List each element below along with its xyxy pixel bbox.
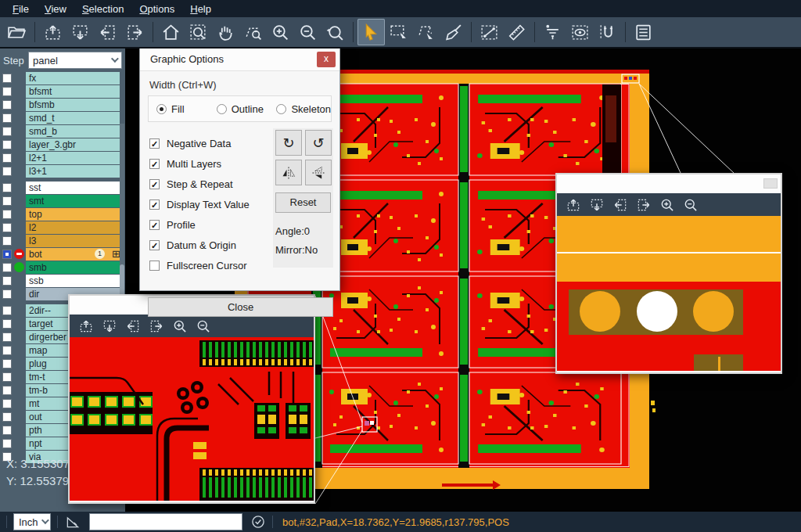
radio-fill[interactable]: Fill (156, 103, 209, 115)
layer-name[interactable]: smd_b (26, 125, 120, 138)
rotate-ccw-button[interactable]: ↺ (305, 130, 332, 156)
layer-row-l3-1[interactable]: l3+1 (0, 165, 125, 178)
layer-checkbox[interactable] (2, 74, 12, 83)
checkbox-fullscreen-cursor[interactable]: Fullscreen Cursor (149, 255, 250, 275)
layer-checkbox[interactable] (2, 210, 12, 219)
layer-checkbox[interactable] (2, 276, 12, 286)
layer-checkbox[interactable] (2, 319, 12, 329)
magnifier-titlebar[interactable] (557, 174, 781, 193)
measure-distance-button[interactable] (476, 19, 503, 45)
layer-name[interactable]: sst (26, 182, 120, 194)
zoom-out-button[interactable] (294, 19, 321, 45)
layer-checkbox[interactable] (2, 127, 12, 136)
pan-right-button[interactable] (632, 195, 656, 215)
layer-name[interactable]: bot (26, 248, 120, 261)
active-layer-indicator-icon[interactable] (14, 249, 24, 259)
layer-name[interactable]: l2 (26, 221, 120, 234)
layer-checkbox[interactable] (2, 332, 12, 342)
zoom-in-button[interactable] (267, 19, 294, 45)
layer-checkbox[interactable] (2, 426, 12, 435)
pan-left-button[interactable] (121, 316, 145, 336)
dialog-close-button[interactable]: x (317, 52, 336, 67)
checkbox-icon[interactable]: ✓ (149, 240, 160, 250)
magnifier-window-right[interactable] (555, 173, 782, 374)
ruler-button[interactable] (503, 19, 530, 45)
layer-row-bot[interactable]: bot1⊞ (0, 248, 125, 261)
layer-name[interactable]: fx (26, 72, 120, 84)
layer-checkbox[interactable] (2, 306, 12, 315)
flip-vertical-button[interactable] (305, 160, 332, 185)
layer-checkbox[interactable] (2, 113, 12, 123)
layer-row-ssb[interactable]: ssb (0, 275, 125, 287)
confirm-icon[interactable] (250, 514, 266, 530)
layer-name[interactable]: bfsmb (26, 99, 120, 111)
layer-checkbox[interactable] (2, 412, 12, 422)
menu-help[interactable]: Help (182, 2, 219, 16)
pan-left-button[interactable] (609, 195, 632, 215)
view-options-button[interactable] (566, 19, 594, 45)
layer-name[interactable]: layer_3.gbr (26, 138, 120, 151)
layer-checkbox[interactable] (2, 87, 12, 96)
pan-down-button[interactable] (98, 316, 121, 336)
checkbox-step-repeat[interactable]: ✓Step & Repeat (149, 174, 250, 194)
layer-name[interactable]: smt (26, 195, 120, 207)
snap-button[interactable] (594, 19, 621, 45)
checkbox-multi-layers[interactable]: ✓Multi Layers (149, 153, 250, 174)
radio-outline[interactable]: Outline (217, 103, 269, 115)
select-tool-button[interactable] (357, 19, 385, 45)
command-input[interactable] (89, 513, 242, 530)
rotate-cw-button[interactable]: ↻ (275, 130, 302, 156)
layer-row-bfsmb[interactable]: bfsmb (0, 99, 125, 111)
layer-checkbox[interactable] (2, 289, 12, 299)
layer-name[interactable]: smb (26, 261, 120, 274)
report-button[interactable] (630, 19, 657, 45)
pan-up-button[interactable] (562, 195, 585, 215)
layer-checkbox[interactable] (2, 167, 12, 176)
pan-right-button[interactable] (121, 19, 149, 45)
layer-checkbox[interactable] (2, 140, 12, 149)
magnifier-view[interactable] (70, 337, 314, 501)
layer-checkbox[interactable] (2, 100, 12, 110)
zoom-previous-button[interactable] (321, 19, 349, 45)
layer-checkbox[interactable] (2, 263, 12, 272)
radio-dot-icon[interactable] (217, 104, 227, 114)
close-button[interactable]: Close (148, 297, 333, 317)
checkbox-icon[interactable]: ✓ (149, 220, 160, 230)
pan-left-button[interactable] (94, 19, 121, 45)
reset-button[interactable]: Reset (275, 192, 331, 213)
layer-name[interactable]: ssb (26, 275, 120, 287)
zoom-home-button[interactable] (157, 19, 185, 45)
layer-checkbox[interactable] (2, 346, 12, 355)
layer-name[interactable]: l2+1 (26, 152, 120, 164)
checkbox-icon[interactable]: ✓ (149, 179, 160, 189)
layer-row-smd-b[interactable]: smd_b (0, 125, 125, 138)
layer-row-l3[interactable]: l3 (0, 235, 125, 247)
magnifier-window-left[interactable] (68, 294, 315, 504)
flip-horizontal-button[interactable] (275, 160, 302, 185)
active-layer-indicator-icon[interactable] (14, 262, 24, 272)
zoom-in-button[interactable] (168, 316, 192, 336)
layer-checkbox[interactable] (2, 250, 12, 259)
checkbox-icon[interactable]: ✓ (149, 200, 160, 210)
layer-row-l2[interactable]: l2 (0, 221, 125, 234)
magnifier-view[interactable] (557, 216, 781, 371)
radio-skeleton[interactable]: Skeleton (276, 103, 331, 115)
layer-name[interactable]: bfsmt (26, 85, 120, 98)
menu-options[interactable]: Options (131, 2, 182, 16)
checkbox-display-text-value[interactable]: ✓Display Text Value (149, 194, 250, 214)
layer-checkbox[interactable] (2, 372, 12, 382)
layer-checkbox[interactable] (2, 153, 12, 163)
zoom-window-button[interactable] (185, 19, 212, 45)
checkbox-icon[interactable]: ✓ (149, 159, 160, 169)
magnifier-menu-button[interactable] (763, 178, 778, 189)
pan-right-button[interactable] (145, 316, 168, 336)
clear-highlight-button[interactable] (440, 19, 467, 45)
checkbox-profile[interactable]: ✓Profile (149, 214, 250, 235)
zoom-in-button[interactable] (656, 195, 679, 215)
checkbox-icon[interactable] (149, 261, 160, 271)
zoom-object-button[interactable] (239, 19, 267, 45)
layer-row-l2-1[interactable]: l2+1 (0, 152, 125, 164)
layer-row-smb[interactable]: smb (0, 261, 125, 274)
layer-checkbox[interactable] (2, 196, 12, 206)
menu-file[interactable]: File (5, 2, 37, 16)
